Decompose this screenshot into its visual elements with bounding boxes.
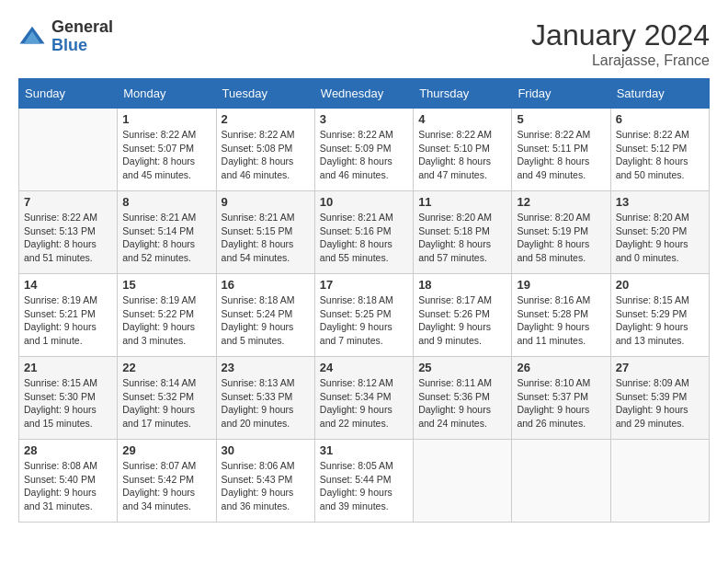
calendar-cell: 11Sunrise: 8:20 AMSunset: 5:18 PMDayligh… — [414, 191, 512, 274]
day-number: 19 — [517, 278, 605, 292]
calendar-body: 1Sunrise: 8:22 AMSunset: 5:07 PMDaylight… — [19, 109, 710, 523]
calendar-cell: 28Sunrise: 8:08 AMSunset: 5:40 PMDayligh… — [19, 440, 118, 523]
day-info: Sunrise: 8:22 AMSunset: 5:13 PMDaylight:… — [24, 211, 112, 265]
calendar-cell: 9Sunrise: 8:21 AMSunset: 5:15 PMDaylight… — [216, 191, 314, 274]
day-info: Sunrise: 8:06 AMSunset: 5:43 PMDaylight:… — [222, 459, 310, 513]
calendar-cell: 24Sunrise: 8:12 AMSunset: 5:34 PMDayligh… — [314, 357, 413, 440]
calendar-cell: 6Sunrise: 8:22 AMSunset: 5:12 PMDaylight… — [610, 109, 709, 191]
day-info: Sunrise: 8:21 AMSunset: 5:14 PMDaylight:… — [122, 211, 210, 265]
day-number: 31 — [320, 443, 408, 457]
day-info: Sunrise: 8:22 AMSunset: 5:09 PMDaylight:… — [320, 128, 408, 182]
calendar-cell: 23Sunrise: 8:13 AMSunset: 5:33 PMDayligh… — [216, 357, 314, 440]
day-number: 17 — [320, 278, 408, 292]
calendar-cell: 4Sunrise: 8:22 AMSunset: 5:10 PMDaylight… — [414, 109, 512, 191]
day-number: 24 — [320, 361, 408, 374]
day-info: Sunrise: 8:20 AMSunset: 5:18 PMDaylight:… — [418, 211, 506, 265]
day-info: Sunrise: 8:22 AMSunset: 5:07 PMDaylight:… — [122, 128, 210, 182]
calendar-cell: 25Sunrise: 8:11 AMSunset: 5:36 PMDayligh… — [414, 357, 512, 440]
day-info: Sunrise: 8:20 AMSunset: 5:20 PMDaylight:… — [616, 211, 704, 265]
day-number: 28 — [24, 443, 112, 457]
calendar-cell: 18Sunrise: 8:17 AMSunset: 5:26 PMDayligh… — [414, 274, 512, 357]
calendar-cell: 5Sunrise: 8:22 AMSunset: 5:11 PMDaylight… — [512, 109, 610, 191]
day-header-monday: Monday — [118, 79, 216, 109]
day-number: 11 — [418, 195, 506, 209]
day-header-friday: Friday — [512, 79, 610, 109]
day-number: 5 — [517, 112, 605, 126]
logo-text-blue: Blue — [51, 37, 113, 55]
day-number: 23 — [222, 361, 310, 374]
day-number: 12 — [517, 195, 605, 209]
calendar-cell: 30Sunrise: 8:06 AMSunset: 5:43 PMDayligh… — [216, 440, 314, 523]
calendar-cell — [610, 440, 709, 523]
day-number: 18 — [418, 278, 506, 292]
day-number: 2 — [222, 112, 310, 126]
day-info: Sunrise: 8:20 AMSunset: 5:19 PMDaylight:… — [517, 211, 605, 265]
week-row-2: 7Sunrise: 8:22 AMSunset: 5:13 PMDaylight… — [19, 191, 710, 274]
calendar-cell: 14Sunrise: 8:19 AMSunset: 5:21 PMDayligh… — [19, 274, 118, 357]
main-title: January 2024 — [531, 18, 710, 52]
day-info: Sunrise: 8:08 AMSunset: 5:40 PMDaylight:… — [24, 459, 112, 513]
week-row-4: 21Sunrise: 8:15 AMSunset: 5:30 PMDayligh… — [19, 357, 710, 440]
day-info: Sunrise: 8:22 AMSunset: 5:11 PMDaylight:… — [517, 128, 605, 182]
day-info: Sunrise: 8:21 AMSunset: 5:16 PMDaylight:… — [320, 211, 408, 265]
day-number: 4 — [418, 112, 506, 126]
day-info: Sunrise: 8:21 AMSunset: 5:15 PMDaylight:… — [222, 211, 310, 265]
day-info: Sunrise: 8:22 AMSunset: 5:12 PMDaylight:… — [616, 128, 704, 182]
day-info: Sunrise: 8:16 AMSunset: 5:28 PMDaylight:… — [517, 293, 605, 348]
logo-text-general: General — [51, 18, 113, 37]
day-number: 15 — [122, 278, 210, 292]
day-number: 16 — [222, 278, 310, 292]
day-info: Sunrise: 8:18 AMSunset: 5:25 PMDaylight:… — [320, 293, 408, 348]
calendar-cell: 17Sunrise: 8:18 AMSunset: 5:25 PMDayligh… — [314, 274, 413, 357]
day-info: Sunrise: 8:14 AMSunset: 5:32 PMDaylight:… — [122, 376, 210, 431]
logo: General Blue — [18, 18, 113, 55]
day-number: 30 — [222, 443, 310, 457]
day-number: 29 — [122, 443, 210, 457]
day-number: 9 — [222, 195, 310, 209]
week-row-5: 28Sunrise: 8:08 AMSunset: 5:40 PMDayligh… — [19, 440, 710, 523]
calendar-cell: 15Sunrise: 8:19 AMSunset: 5:22 PMDayligh… — [118, 274, 216, 357]
day-info: Sunrise: 8:19 AMSunset: 5:21 PMDaylight:… — [24, 293, 112, 348]
calendar-table: SundayMondayTuesdayWednesdayThursdayFrid… — [18, 78, 710, 523]
day-header-wednesday: Wednesday — [314, 79, 413, 109]
calendar-cell: 13Sunrise: 8:20 AMSunset: 5:20 PMDayligh… — [610, 191, 709, 274]
subtitle: Larajasse, France — [531, 52, 710, 69]
day-number: 3 — [320, 112, 408, 126]
day-info: Sunrise: 8:22 AMSunset: 5:08 PMDaylight:… — [222, 128, 310, 182]
day-header-saturday: Saturday — [610, 79, 709, 109]
calendar-cell: 16Sunrise: 8:18 AMSunset: 5:24 PMDayligh… — [216, 274, 314, 357]
header: General Blue January 2024 Larajasse, Fra… — [18, 18, 710, 69]
day-number: 27 — [616, 361, 704, 374]
day-number: 13 — [616, 195, 704, 209]
day-info: Sunrise: 8:17 AMSunset: 5:26 PMDaylight:… — [418, 293, 506, 348]
day-number: 6 — [616, 112, 704, 126]
day-info: Sunrise: 8:18 AMSunset: 5:24 PMDaylight:… — [222, 293, 310, 348]
logo-icon — [18, 23, 46, 51]
day-number: 14 — [24, 278, 112, 292]
calendar-cell: 8Sunrise: 8:21 AMSunset: 5:14 PMDaylight… — [118, 191, 216, 274]
day-info: Sunrise: 8:10 AMSunset: 5:37 PMDaylight:… — [517, 376, 605, 431]
day-number: 21 — [24, 361, 112, 374]
day-info: Sunrise: 8:12 AMSunset: 5:34 PMDaylight:… — [320, 376, 408, 431]
calendar-cell: 1Sunrise: 8:22 AMSunset: 5:07 PMDaylight… — [118, 109, 216, 191]
header-row: SundayMondayTuesdayWednesdayThursdayFrid… — [19, 79, 710, 109]
calendar-cell: 7Sunrise: 8:22 AMSunset: 5:13 PMDaylight… — [19, 191, 118, 274]
calendar-cell — [512, 440, 610, 523]
week-row-1: 1Sunrise: 8:22 AMSunset: 5:07 PMDaylight… — [19, 109, 710, 191]
day-info: Sunrise: 8:05 AMSunset: 5:44 PMDaylight:… — [320, 459, 408, 513]
day-info: Sunrise: 8:19 AMSunset: 5:22 PMDaylight:… — [122, 293, 210, 348]
day-number: 20 — [616, 278, 704, 292]
calendar-cell: 27Sunrise: 8:09 AMSunset: 5:39 PMDayligh… — [610, 357, 709, 440]
day-info: Sunrise: 8:07 AMSunset: 5:42 PMDaylight:… — [122, 459, 210, 513]
calendar-cell: 20Sunrise: 8:15 AMSunset: 5:29 PMDayligh… — [610, 274, 709, 357]
calendar-cell: 10Sunrise: 8:21 AMSunset: 5:16 PMDayligh… — [314, 191, 413, 274]
day-number: 1 — [122, 112, 210, 126]
day-info: Sunrise: 8:13 AMSunset: 5:33 PMDaylight:… — [222, 376, 310, 431]
day-number: 22 — [122, 361, 210, 374]
day-number: 10 — [320, 195, 408, 209]
day-info: Sunrise: 8:22 AMSunset: 5:10 PMDaylight:… — [418, 128, 506, 182]
calendar-cell — [19, 109, 118, 191]
calendar-header: SundayMondayTuesdayWednesdayThursdayFrid… — [19, 79, 710, 109]
day-info: Sunrise: 8:09 AMSunset: 5:39 PMDaylight:… — [616, 376, 704, 431]
day-info: Sunrise: 8:15 AMSunset: 5:29 PMDaylight:… — [616, 293, 704, 348]
